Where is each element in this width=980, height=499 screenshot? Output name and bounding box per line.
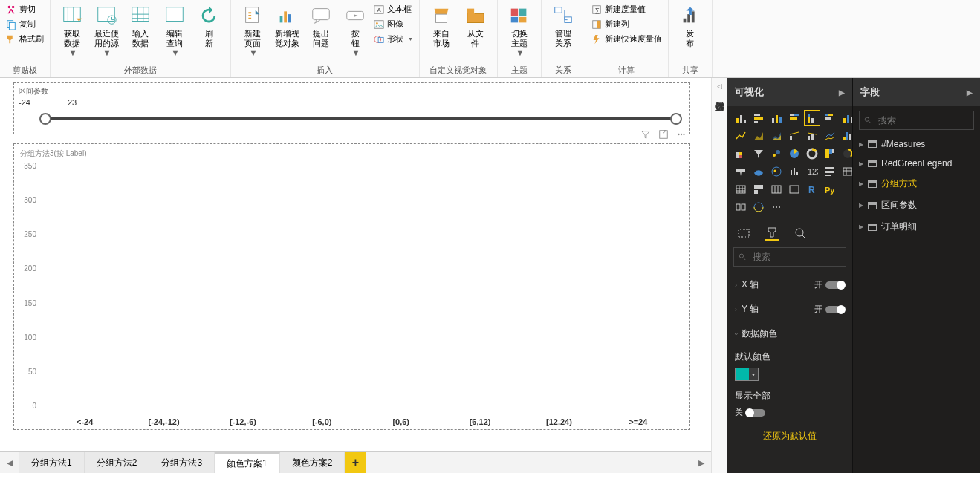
new-page-button[interactable]: 新建 页面▼	[236, 3, 270, 59]
viz-type-icon[interactable]	[733, 128, 748, 143]
svg-rect-100	[739, 229, 749, 237]
from-market-button[interactable]: 来自 市场	[424, 3, 458, 50]
format-painter-button[interactable]: 格式刷	[4, 33, 45, 45]
viz-type-icon[interactable]	[769, 200, 784, 215]
add-page-button[interactable]: +	[345, 452, 366, 473]
from-file-button[interactable]: 从文 件	[458, 3, 493, 50]
image-button[interactable]: 图像	[372, 18, 415, 30]
publish-button[interactable]: 发 布	[673, 3, 707, 50]
viz-type-icon[interactable]	[769, 146, 784, 161]
more-icon[interactable]	[676, 129, 687, 141]
field-table-item[interactable]: ▶RedGreenLegend	[853, 154, 980, 173]
x-axis-labels: <-24[-24,-12)[-12,-6)[-6,0)[0,6)[6,12)[1…	[39, 414, 684, 426]
fields-search[interactable]	[859, 111, 974, 130]
viz-type-icon[interactable]	[733, 182, 748, 197]
viz-type-icon[interactable]	[787, 146, 802, 161]
slicer-handle-left[interactable]	[39, 113, 51, 125]
viz-type-icon[interactable]	[751, 200, 766, 215]
edit-queries-button[interactable]: 编辑 查询▼	[158, 3, 192, 59]
field-table-item[interactable]: ▶订单明细	[853, 216, 980, 238]
viz-type-icon[interactable]	[822, 111, 837, 125]
y-axis-toggle[interactable]	[825, 306, 845, 313]
viz-type-icon[interactable]	[769, 128, 784, 143]
slicer-handle-right[interactable]	[670, 113, 682, 125]
copy-button[interactable]: 复制	[4, 18, 45, 30]
show-all-toggle[interactable]	[746, 409, 765, 417]
new-visual-button[interactable]: 新增视 觉对象	[270, 3, 304, 50]
new-column-button[interactable]: 新建列	[590, 18, 663, 30]
viz-type-icon[interactable]	[787, 164, 802, 179]
page-tab[interactable]: 分组方法1	[19, 452, 85, 473]
manage-relations-button[interactable]: 管理 关系	[546, 3, 580, 50]
field-table-item[interactable]: ▶分组方式	[853, 173, 980, 195]
new-measure-button[interactable]: ∑新建度量值	[590, 3, 663, 16]
viz-type-icon[interactable]	[822, 128, 837, 143]
prop-x-axis[interactable]: ›X 轴 开	[727, 273, 852, 297]
chevron-right-icon[interactable]: ▶	[839, 88, 845, 97]
chevron-right-icon[interactable]: ▶	[967, 88, 973, 97]
field-table-item[interactable]: ▶区间参数	[853, 195, 980, 216]
viz-type-icon[interactable]	[751, 164, 766, 179]
report-canvas[interactable]: 区间参数 -24 23 分组方法3(按 Label) 35	[0, 78, 711, 451]
viz-type-icon[interactable]	[769, 164, 784, 179]
get-data-button[interactable]: 获取 数据▼	[55, 3, 89, 59]
viz-type-icon[interactable]	[769, 111, 784, 125]
slicer-visual[interactable]: 区间参数 -24 23	[13, 82, 690, 134]
viz-type-icon[interactable]	[787, 111, 802, 125]
enter-data-button[interactable]: 输入 数据	[123, 3, 158, 50]
filter-icon[interactable]	[640, 129, 651, 141]
cut-button[interactable]: 剪切	[4, 3, 45, 16]
viz-type-icon[interactable]	[805, 146, 820, 161]
new-quick-measure-button[interactable]: 新建快速度量值	[590, 33, 663, 45]
reset-to-default[interactable]: 还原为默认值	[727, 423, 852, 450]
refresh-button[interactable]: 刷 新	[192, 3, 226, 50]
viz-type-icon[interactable]	[733, 111, 748, 125]
viz-type-icon[interactable]	[751, 128, 766, 143]
expand-left-icon: ◁	[712, 78, 727, 90]
format-tab-icon[interactable]	[765, 225, 779, 241]
viz-type-icon[interactable]	[733, 164, 748, 179]
viz-type-icon[interactable]	[822, 164, 837, 179]
page-tab[interactable]: 颜色方案1	[215, 452, 280, 473]
viz-type-icon[interactable]	[751, 146, 766, 161]
viz-type-icon[interactable]	[769, 182, 784, 197]
viz-type-icon[interactable]	[805, 111, 820, 125]
recent-sources-button[interactable]: 最近使 用的源▼	[89, 3, 123, 59]
shapes-button[interactable]: 形状▼	[372, 33, 415, 45]
viz-type-icon[interactable]	[787, 128, 802, 143]
viz-type-icon[interactable]: 123	[805, 164, 820, 179]
svg-rect-6	[166, 7, 184, 22]
viz-type-icon[interactable]	[822, 146, 837, 161]
page-tab[interactable]: 颜色方案2	[280, 452, 345, 473]
prop-y-axis[interactable]: ›Y 轴 开	[727, 297, 852, 322]
switch-theme-button[interactable]: 切换 主题▼	[502, 3, 536, 59]
chart-visual[interactable]: 分组方法3(按 Label) 350300250200150100500 <-2…	[13, 143, 690, 430]
focus-icon[interactable]	[658, 129, 669, 141]
page-tab[interactable]: 分组方法2	[85, 452, 150, 473]
fields-search-input[interactable]	[877, 114, 969, 126]
fields-tab-icon[interactable]	[736, 225, 751, 241]
viz-search-input[interactable]	[751, 251, 841, 263]
tab-scroll-left[interactable]: ◀	[0, 452, 19, 473]
viz-search[interactable]	[733, 247, 846, 267]
viz-type-icon[interactable]	[733, 146, 748, 161]
ask-question-button[interactable]: 提出 问题	[304, 3, 338, 50]
viz-type-icon[interactable]	[805, 128, 820, 143]
field-table-item[interactable]: ▶#Measures	[853, 134, 980, 154]
viz-type-icon[interactable]	[751, 182, 766, 197]
page-tab[interactable]: 分组方法3	[149, 452, 215, 473]
x-axis-toggle[interactable]	[825, 281, 845, 289]
prop-data-colors[interactable]: ›数据颜色	[727, 322, 852, 346]
viz-type-icon[interactable]: Py	[822, 182, 837, 197]
filters-pane-collapsed[interactable]: ◁ 筛选器	[711, 78, 727, 473]
viz-type-icon[interactable]	[787, 182, 802, 197]
viz-type-icon[interactable]	[751, 111, 766, 125]
textbox-button[interactable]: A文本框	[372, 3, 415, 16]
analytics-tab-icon[interactable]	[793, 225, 808, 241]
default-color-picker[interactable]: ▼	[735, 368, 759, 381]
buttons-button[interactable]: 按 钮▼	[338, 3, 372, 59]
viz-type-icon[interactable]	[733, 200, 748, 215]
slicer-track[interactable]	[45, 117, 676, 120]
viz-type-icon[interactable]: R	[805, 182, 820, 197]
tab-scroll-right[interactable]: ▶	[692, 452, 711, 473]
